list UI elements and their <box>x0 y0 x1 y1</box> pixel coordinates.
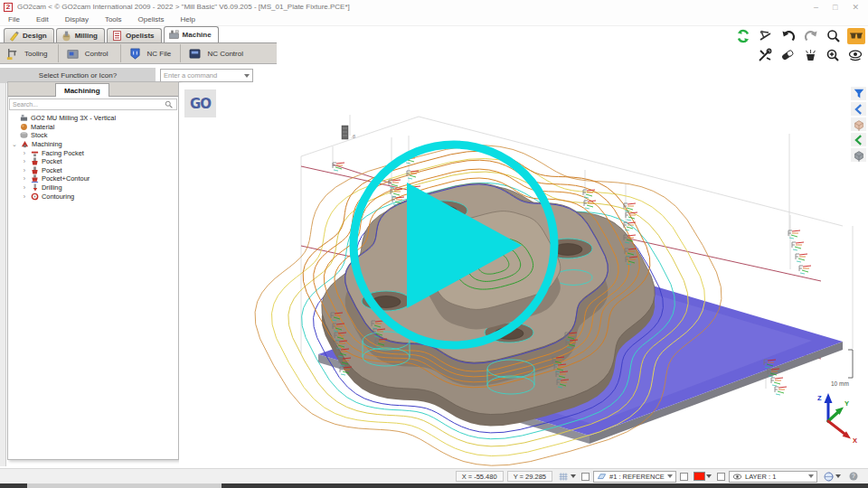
layer-checkbox[interactable] <box>717 473 725 481</box>
reference-checkbox[interactable] <box>581 473 590 481</box>
view-rotate-button[interactable] <box>846 47 864 63</box>
maximize-button[interactable]: □ <box>833 3 837 12</box>
expander-icon[interactable]: › <box>21 158 28 164</box>
minimize-button[interactable]: – <box>814 3 818 12</box>
zoom-button[interactable] <box>825 28 843 44</box>
zoom-fit-button[interactable] <box>824 47 842 63</box>
close-button[interactable]: ✕ <box>852 3 859 12</box>
refresh-icon <box>736 29 750 43</box>
color-checkbox[interactable] <box>680 473 688 481</box>
machining-icon <box>21 140 29 148</box>
expander-icon[interactable]: › <box>21 167 28 174</box>
reference-combobox[interactable]: #1 : REFERENCE <box>593 471 676 483</box>
svg-text:X: X <box>853 436 857 445</box>
svg-text:?: ? <box>852 473 855 479</box>
milling-icon <box>61 30 72 42</box>
refresh-button[interactable] <box>734 28 752 44</box>
filter-button[interactable] <box>851 87 866 100</box>
material-icon <box>20 123 28 131</box>
menu-tools[interactable]: Tools <box>97 15 130 23</box>
tree-item-drilling[interactable]: ›Drilling <box>8 183 178 192</box>
window-title: GO2cam < © GO2cam International 2009 - 2… <box>17 3 350 11</box>
tooling-button[interactable]: Tooling <box>0 43 56 63</box>
nc-file-icon <box>128 47 142 61</box>
chevron-left-green-icon <box>853 134 865 146</box>
chevron-left-blue-button[interactable] <box>851 102 866 116</box>
command-combobox[interactable]: Enter a command <box>160 69 253 82</box>
clean-button[interactable] <box>801 47 819 63</box>
tree-item-pocket[interactable]: ›Pocket <box>8 166 178 175</box>
sphere-view-button[interactable] <box>821 471 843 483</box>
tools-button[interactable] <box>756 47 774 63</box>
tree-item-go2-mu-milling-3x-vertical[interactable]: GO2 MU Milling 3X - Vertical <box>8 114 178 123</box>
color-picker[interactable] <box>692 471 713 483</box>
tab-opelists[interactable]: Opelists <box>107 28 162 42</box>
tree-item-material[interactable]: Material <box>8 123 178 132</box>
tree-item-contouring[interactable]: ›Contouring <box>8 192 178 201</box>
caliper-button[interactable] <box>757 28 775 44</box>
viewport-3d[interactable]: .6 10 mm Z Y X <box>179 83 868 468</box>
tree-item-machining[interactable]: ⌄Machining <box>8 140 178 149</box>
part-button[interactable] <box>851 117 866 131</box>
control-button[interactable]: Control <box>61 43 118 63</box>
eraser-button[interactable] <box>778 47 797 63</box>
menu-file[interactable]: File <box>0 15 28 23</box>
tree-item-label: Pocket <box>42 166 62 174</box>
solid-button[interactable] <box>851 148 866 162</box>
tab-machine[interactable]: Machine <box>164 26 219 42</box>
clean-icon <box>803 48 817 62</box>
tree-item-pocket[interactable]: ›Pocket <box>8 157 178 166</box>
menu-opelists[interactable]: Opelists <box>130 15 173 23</box>
help-button[interactable]: ? <box>846 471 861 483</box>
tab-milling[interactable]: Milling <box>56 28 105 42</box>
status-bar: X = -55.480 Y = 29.285 #1 : REFERENCE LA… <box>0 468 868 483</box>
contouring-icon <box>31 192 39 201</box>
grid-button[interactable] <box>556 471 578 483</box>
search-icon <box>165 100 174 109</box>
tab-label: Milling <box>75 32 98 40</box>
menu-help[interactable]: Help <box>173 15 203 23</box>
zoom-fit-icon <box>826 48 840 62</box>
ribbon-toolbar: ToolingControlNC FileNC Control <box>0 42 277 64</box>
layer-combobox[interactable]: LAYER : 1 <box>729 471 817 483</box>
tree-item-pocket-contour[interactable]: ›Pocket+Contour <box>8 174 178 183</box>
progress-segment-dark <box>0 483 27 488</box>
quick-toolbar-top <box>734 28 865 44</box>
nc-control-icon <box>188 47 202 61</box>
expander-icon[interactable]: ⌄ <box>11 141 18 148</box>
solid-icon <box>853 149 865 162</box>
tree-item-facing-pocket[interactable]: ›Facing Pocket <box>8 148 178 157</box>
expander-icon[interactable]: › <box>21 184 28 191</box>
nc-control-button[interactable]: NC Control <box>183 43 277 63</box>
video-progress-bar[interactable] <box>0 483 868 488</box>
tree-item-label: Contouring <box>42 192 74 201</box>
chevron-left-green-button[interactable] <box>851 133 866 146</box>
expander-icon[interactable]: › <box>21 193 28 200</box>
scale-indicator: 10 mm <box>831 350 853 387</box>
tree-item-stock[interactable]: Stock <box>8 131 178 140</box>
expander-icon[interactable]: › <box>21 150 28 156</box>
menu-display[interactable]: Display <box>57 15 97 23</box>
title-bar: 2 GO2cam < © GO2cam International 2009 -… <box>0 0 868 14</box>
view-rotate-icon <box>848 48 863 62</box>
tab-design[interactable]: Design <box>4 28 54 42</box>
nc-file-button[interactable]: NC File <box>123 43 179 63</box>
expander-icon[interactable]: › <box>21 175 28 182</box>
plane-icon <box>597 472 607 482</box>
svg-text:Y: Y <box>844 399 849 408</box>
search-input[interactable]: Search... <box>9 99 177 110</box>
tab-label: Opelists <box>126 32 155 40</box>
undo-button[interactable] <box>779 28 797 44</box>
tree-item-label: Stock <box>31 131 47 139</box>
panel-tab-strip: Machining <box>8 82 178 97</box>
glasses-button[interactable] <box>847 28 865 44</box>
axis-triad: Z Y X <box>817 393 857 445</box>
go2cam-badge: GO <box>184 89 216 117</box>
tab-label: Machine <box>183 31 212 39</box>
svg-text:10 mm: 10 mm <box>831 380 849 387</box>
redo-button[interactable] <box>802 28 820 44</box>
menu-edit[interactable]: Edit <box>28 15 57 23</box>
tools-icon <box>758 48 772 62</box>
reference-value: #1 : REFERENCE <box>609 473 665 481</box>
tab-machining[interactable]: Machining <box>55 83 109 97</box>
